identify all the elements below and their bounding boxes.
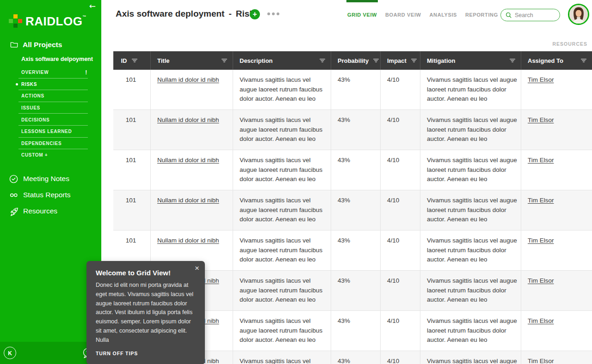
column-header-id[interactable]: ID [113, 51, 150, 70]
filter-icon[interactable] [509, 57, 516, 64]
cell-mitigation: Vivamus sagittis lacus vel augue laoreet… [420, 190, 521, 230]
search-input[interactable] [515, 12, 556, 18]
rocket-icon [9, 206, 18, 216]
sidebar-item-overview[interactable]: OVERVIEW! [0, 67, 101, 79]
cell-mitigation: Vivamus sagittis lacus vel augue laoreet… [420, 70, 521, 109]
table-row[interactable]: 101Nullam id dolor id nibhVivamus sagitt… [113, 70, 592, 110]
brand-logo: RAIDLOG™ [9, 14, 101, 28]
title-link[interactable]: Nullam id dolor id nibh [157, 116, 219, 123]
filter-icon[interactable] [410, 57, 418, 64]
folder-icon [10, 40, 18, 49]
assignee-link[interactable]: Tim Elsor [528, 277, 554, 284]
cell-description: Vivamus sagittis lacus vel augue laoreet… [233, 70, 331, 109]
assignee-link[interactable]: Tim Elsor [528, 157, 554, 164]
tab-reporting[interactable]: REPORTING [465, 0, 498, 30]
cell-probability: 43% [331, 271, 380, 310]
filter-icon[interactable] [319, 57, 326, 64]
sidebar-item-all-projects[interactable]: All Projects [10, 40, 101, 49]
sidebar-item-status-reports[interactable]: Status Reports [0, 187, 101, 203]
tab-analysis[interactable]: ANALYSIS [430, 0, 457, 30]
cell-description: Vivamus sagittis lacus vel augue laoreet… [233, 150, 331, 190]
cell-impact: 4/10 [380, 271, 420, 310]
cell-id: 101 [113, 70, 150, 109]
menu-label: CUSTOM + [21, 152, 48, 158]
filter-icon[interactable] [580, 57, 587, 64]
sidebar-collapse-icon[interactable]: ← [89, 1, 96, 11]
all-projects-label: All Projects [23, 41, 62, 49]
cell-impact: 4/10 [380, 110, 420, 150]
cell-description: Vivamus sagittis lacus vel augue laoreet… [233, 190, 331, 230]
cell-probability: 43% [331, 231, 380, 270]
cell-title: Nullam id dolor id nibh [150, 70, 233, 109]
column-header-assigned-to[interactable]: Assigned To [521, 51, 592, 70]
column-header-probability[interactable]: Probability [331, 51, 380, 70]
sidebar-item-dependencies[interactable]: DEPENDENCIES [0, 138, 101, 150]
title-link[interactable]: Nullam id dolor id nibh [157, 197, 219, 204]
cell-probability: 43% [331, 351, 380, 364]
sidebar-item-lessons-learned[interactable]: LESSONS LEARNED [0, 126, 101, 138]
sidebar-item-custom[interactable]: CUSTOM + [0, 149, 101, 161]
search-box [500, 9, 560, 21]
sidebar-links: Meeting NotesStatus ReportsResources [0, 171, 101, 219]
project-menu: OVERVIEW!RISKSACTIONSISSUESDECISIONSLESS… [0, 67, 101, 161]
cell-title: Nullam id dolor id nibh [150, 110, 233, 150]
column-header-description[interactable]: Description [233, 51, 331, 70]
menu-label: DECISIONS [21, 117, 49, 122]
table-row[interactable]: 101Nullam id dolor id nibhVivamus sagitt… [113, 150, 592, 190]
cell-mitigation: Vivamus sagittis lacus vel augue laoreet… [420, 110, 521, 150]
cell-probability: 43% [331, 110, 380, 150]
user-initial-badge[interactable]: K [4, 347, 16, 359]
assignee-link[interactable]: Tim Elsor [528, 197, 554, 204]
assignee-link[interactable]: Tim Elsor [528, 358, 554, 364]
cell-impact: 4/10 [380, 70, 420, 109]
column-header-impact[interactable]: Impact [380, 51, 420, 70]
assignee-link[interactable]: Tim Elsor [528, 317, 554, 324]
filter-icon[interactable] [372, 57, 380, 64]
cell-mitigation: Vivamus sagittis lacus vel augue laoreet… [420, 351, 521, 364]
view-tabs: GRID VEIWBOARD VEIWANALYSISREPORTING [347, 0, 498, 30]
tooltip-body: Donec id elit non mi porta gravida at eg… [96, 281, 196, 345]
close-icon[interactable]: × [195, 264, 199, 272]
add-risk-button[interactable]: + [250, 9, 260, 19]
sidebar-item-meeting-notes[interactable]: Meeting Notes [0, 171, 101, 187]
cell-probability: 43% [331, 190, 380, 230]
assignee-link[interactable]: Tim Elsor [528, 76, 554, 83]
table-row[interactable]: 101Nullam id dolor id nibhVivamus sagitt… [113, 110, 592, 150]
cell-mitigation: Vivamus sagittis lacus vel augue laoreet… [420, 271, 521, 310]
sidebar-item-decisions[interactable]: DECISIONS [0, 114, 101, 126]
column-header-title[interactable]: Title [150, 51, 233, 70]
sidebar-item-actions[interactable]: ACTIONS [0, 90, 101, 102]
title-link[interactable]: Nullam id dolor id nibh [157, 76, 219, 83]
check-circle-icon [9, 174, 18, 184]
cell-description: Vivamus sagittis lacus vel augue laoreet… [233, 271, 331, 310]
tab-grid-veiw[interactable]: GRID VEIW [347, 0, 377, 30]
more-options-icon[interactable] [267, 12, 279, 15]
title-link[interactable]: Nullam id dolor id nibh [157, 237, 219, 244]
status-circles-icon [9, 190, 18, 200]
cell-probability: 43% [331, 150, 380, 190]
menu-label: LESSONS LEARNED [21, 129, 72, 134]
cell-probability: 43% [331, 311, 380, 351]
sidebar-item-resources[interactable]: Resources [0, 203, 101, 219]
sidebar-project-name[interactable]: Axis software delpoyment [21, 56, 101, 62]
cell-id: 101 [113, 110, 150, 150]
sidebar-item-issues[interactable]: ISSUES [0, 102, 101, 114]
filter-icon[interactable] [131, 57, 138, 64]
resources-label[interactable]: RESOURCES [552, 41, 587, 47]
cell-title: Nullam id dolor id nibh [150, 150, 233, 190]
cell-mitigation: Vivamus sagittis lacus vel augue laoreet… [420, 231, 521, 270]
turn-off-tips-button[interactable]: TURN OFF TIPS [96, 351, 196, 356]
cell-mitigation: Vivamus sagittis lacus vel augue laoreet… [420, 150, 521, 190]
assignee-link[interactable]: Tim Elsor [528, 116, 554, 123]
cell-assigned-to: Tim Elsor [521, 311, 592, 351]
sidebar-item-risks[interactable]: RISKS [0, 79, 101, 91]
assignee-link[interactable]: Tim Elsor [528, 237, 554, 244]
cell-assigned-to: Tim Elsor [521, 150, 592, 190]
table-row[interactable]: 101Nullam id dolor id nibhVivamus sagitt… [113, 190, 592, 231]
filter-icon[interactable] [221, 57, 228, 64]
title-link[interactable]: Nullam id dolor id nibh [157, 157, 219, 164]
tab-board-veiw[interactable]: BOARD VEIW [385, 0, 421, 30]
avatar[interactable] [568, 4, 589, 25]
column-header-mitigation[interactable]: Mitigation [420, 51, 521, 70]
cell-description: Vivamus sagittis lacus vel augue laoreet… [233, 311, 331, 351]
